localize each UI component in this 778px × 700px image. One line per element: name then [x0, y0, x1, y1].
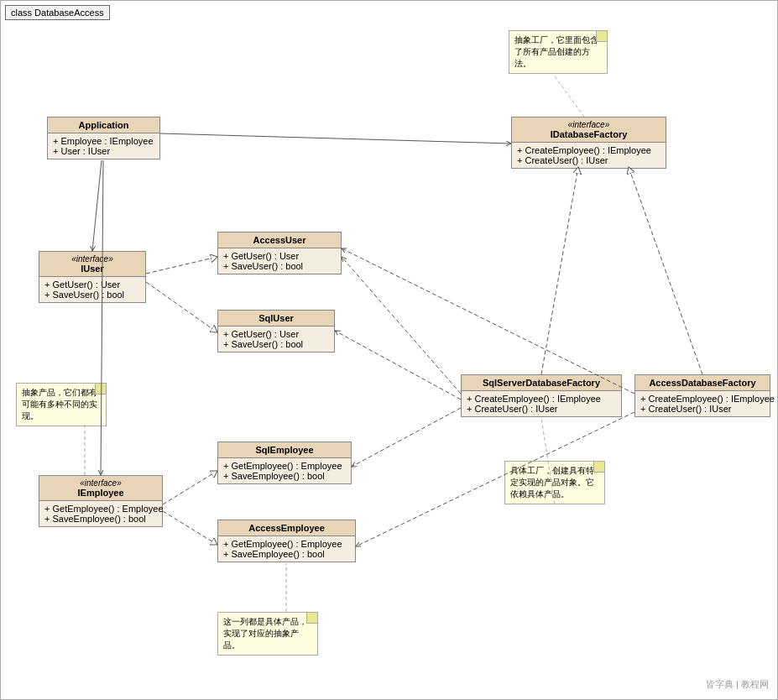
idatabasefactory-class: «interface» IDatabaseFactory + CreateEmp… — [511, 117, 666, 169]
accessemployee-body: + GetEmployee() : Employee + SaveEmploye… — [218, 536, 355, 562]
svg-line-8 — [629, 167, 702, 374]
svg-line-7 — [541, 167, 578, 374]
accessuser-class: AccessUser + GetUser() : User + SaveUser… — [217, 232, 342, 274]
svg-line-3 — [146, 257, 217, 274]
svg-line-12 — [352, 408, 461, 467]
accessfactory-class: AccessDatabaseFactory + CreateEmployee()… — [634, 374, 770, 417]
svg-line-1 — [101, 160, 103, 475]
sqlemployee-class: SqlEmployee + GetEmployee() : Employee +… — [217, 441, 352, 484]
iemployee-body: + GetEmployee() : Employee + SaveEmploye… — [39, 501, 162, 526]
accessuser-title: AccessUser — [218, 232, 341, 248]
svg-line-9 — [342, 257, 461, 394]
iuser-class: «interface» IUser + GetUser() : User + S… — [39, 251, 146, 303]
sqlserverfactory-body: + CreateEmployee() : IEmployee + CreateU… — [462, 391, 621, 416]
accessfactory-title: AccessDatabaseFactory — [635, 375, 770, 391]
diagram-container: class DatabaseAccess Application + Emplo… — [0, 0, 778, 700]
svg-line-5 — [163, 471, 217, 504]
svg-line-4 — [146, 282, 217, 332]
sqluser-body: + GetUser() : User + SaveUser() : bool — [218, 326, 334, 352]
diagram-title: class DatabaseAccess — [5, 5, 110, 20]
sqlserverfactory-title: SqlServerDatabaseFactory — [462, 375, 621, 391]
iuser-title: «interface» IUser — [39, 252, 145, 277]
accessuser-body: + GetUser() : User + SaveUser() : bool — [218, 248, 341, 274]
iemployee-title: «interface» IEmployee — [39, 476, 162, 501]
idatabasefactory-body: + CreateEmployee() : IEmployee + CreateU… — [512, 143, 666, 168]
note-abstract-product: 抽象产品，它们都有可能有多种不同的实现。 — [16, 383, 107, 426]
svg-line-14 — [555, 76, 584, 117]
watermark: 皆字典 | 教程网 — [706, 678, 769, 691]
sqlemployee-body: + GetEmployee() : Employee + SaveEmploye… — [218, 458, 351, 483]
svg-line-11 — [342, 248, 634, 394]
iemployee-class: «interface» IEmployee + GetEmployee() : … — [39, 475, 163, 527]
svg-line-2 — [160, 133, 511, 144]
sqluser-title: SqlUser — [218, 311, 334, 326]
idatabasefactory-title: «interface» IDatabaseFactory — [512, 118, 666, 143]
note-factory-abstract: 抽象工厂，它里面包含了所有产品创建的方法。 — [509, 30, 608, 74]
diagram-arrows — [1, 1, 778, 700]
iuser-body: + GetUser() : User + SaveUser() : bool — [39, 277, 145, 302]
application-body: + Employee : IEmployee + User : IUser — [48, 133, 159, 159]
sqluser-class: SqlUser + GetUser() : User + SaveUser() … — [217, 310, 335, 353]
accessemployee-class: AccessEmployee + GetEmployee() : Employe… — [217, 520, 356, 562]
accessemployee-title: AccessEmployee — [218, 520, 355, 536]
accessfactory-body: + CreateEmployee() : IEmployee + CreateU… — [635, 391, 770, 416]
sqlserverfactory-class: SqlServerDatabaseFactory + CreateEmploye… — [461, 374, 622, 417]
note-concrete-product: 这一列都是具体产品，实现了对应的抽象产品。 — [217, 612, 318, 656]
svg-line-10 — [335, 331, 461, 400]
application-title: Application — [48, 118, 159, 133]
note-concrete-factory: 具体工厂，创建具有特定实现的产品对象。它依赖具体产品。 — [504, 461, 605, 504]
svg-line-0 — [92, 160, 102, 251]
sqlemployee-title: SqlEmployee — [218, 442, 351, 458]
application-class: Application + Employee : IEmployee + Use… — [47, 117, 160, 159]
svg-line-6 — [163, 511, 217, 545]
